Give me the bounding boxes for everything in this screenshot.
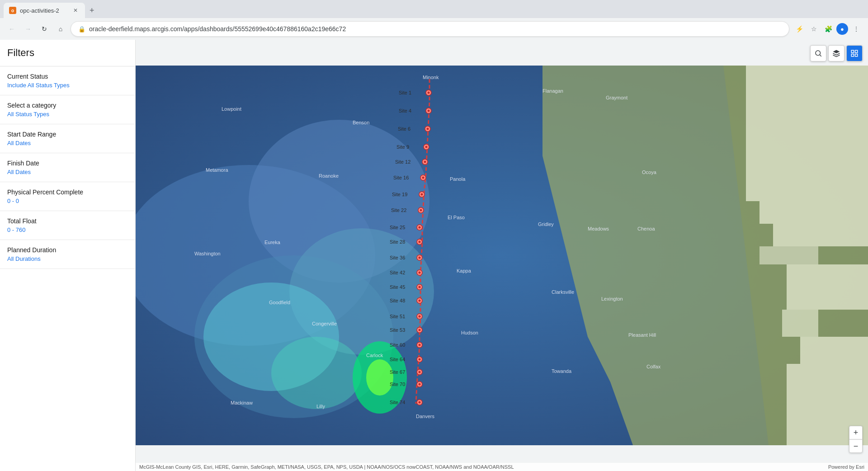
svg-point-75 [419, 358, 421, 361]
zoom-out-button[interactable]: − [849, 439, 863, 453]
filter-item-value: Include All Status Types [7, 82, 128, 89]
lock-icon: 🔒 [78, 26, 85, 33]
home-button[interactable]: ⌂ [54, 23, 67, 35]
svg-rect-17 [773, 224, 868, 246]
menu-button[interactable]: ⋮ [850, 23, 863, 35]
svg-text:Eureka: Eureka [264, 240, 281, 245]
filter-item-label: Total Float [7, 217, 128, 225]
svg-point-51 [419, 241, 421, 243]
forward-button[interactable]: → [22, 23, 34, 35]
svg-text:Clarksville: Clarksville [552, 289, 574, 295]
svg-text:Minonk: Minonk [423, 75, 439, 80]
svg-point-33 [425, 146, 428, 148]
filter-item-value: All Dates [7, 140, 128, 146]
map-attribution: McGIS-McLean County GIS, Esri, HERE, Gar… [136, 463, 868, 471]
map-zoom-controls: + − [849, 426, 863, 453]
svg-rect-3 [855, 50, 858, 52]
filter-items-container: Current Status Include All Status Types … [0, 66, 135, 269]
map-layers-button[interactable] [828, 45, 844, 61]
svg-text:Site 9: Site 9 [396, 144, 409, 150]
svg-text:Site 53: Site 53 [390, 327, 405, 333]
map-tools-top-right [810, 45, 863, 61]
new-tab-button[interactable]: + [85, 3, 99, 18]
profile-avatar[interactable]: ● [836, 23, 848, 35]
filter-item-physical-percent-complete[interactable]: Physical Percent Complete 0 - 0 [0, 182, 135, 211]
map-grid-button[interactable] [846, 45, 863, 61]
filter-item-value: All Dates [7, 169, 128, 175]
svg-rect-16 [760, 201, 868, 224]
svg-point-39 [422, 177, 425, 179]
back-button[interactable]: ← [5, 23, 18, 35]
svg-line-1 [820, 55, 821, 56]
reload-button[interactable]: ↻ [38, 23, 51, 35]
svg-rect-19 [787, 264, 868, 310]
filter-item-select-a-category[interactable]: Select a category All Status Types [0, 95, 135, 124]
svg-text:Lexington: Lexington [601, 296, 623, 301]
bookmark-button[interactable]: ☆ [807, 23, 820, 35]
svg-text:Site 48: Site 48 [390, 298, 405, 303]
svg-text:Site 67: Site 67 [390, 369, 405, 375]
address-text: oracle-deerfield.maps.arcgis.com/apps/da… [89, 25, 782, 33]
filters-title: Filters [0, 47, 135, 66]
filter-item-value: All Status Types [7, 111, 128, 118]
svg-text:El Paso: El Paso [448, 215, 465, 220]
active-tab[interactable]: o opc-activities-2 ✕ [4, 3, 85, 18]
svg-text:Lowpoint: Lowpoint [222, 106, 241, 112]
svg-rect-18 [760, 246, 818, 264]
svg-text:Site 70: Site 70 [390, 382, 405, 387]
svg-rect-4 [851, 54, 854, 57]
svg-rect-21 [800, 337, 868, 364]
svg-text:Site 12: Site 12 [395, 159, 410, 165]
svg-text:Roanoke: Roanoke [319, 173, 339, 179]
svg-text:Lilly: Lilly [316, 404, 325, 409]
filters-sidebar: Filters Current Status Include All Statu… [0, 40, 136, 471]
filter-item-label: Physical Percent Complete [7, 188, 128, 196]
svg-point-63 [419, 300, 421, 302]
svg-text:Site 74: Site 74 [390, 400, 405, 405]
svg-point-36 [424, 161, 426, 163]
map-container[interactable]: Site 1Site 4Site 6Site 9Site 12Site 16Si… [136, 40, 868, 471]
svg-text:Mackinaw: Mackinaw [231, 400, 253, 405]
svg-text:Site 1: Site 1 [399, 90, 411, 95]
svg-point-42 [421, 193, 423, 196]
svg-text:Site 51: Site 51 [390, 314, 405, 319]
svg-point-81 [419, 383, 421, 386]
svg-text:Meadows: Meadows [588, 226, 609, 231]
svg-text:Site 60: Site 60 [390, 342, 405, 348]
svg-text:Site 22: Site 22 [391, 207, 406, 213]
address-bar[interactable]: 🔒 oracle-deerfield.maps.arcgis.com/apps/… [71, 21, 789, 37]
svg-text:Site 42: Site 42 [390, 270, 405, 275]
zoom-in-button[interactable]: + [849, 426, 863, 439]
svg-point-48 [419, 226, 421, 229]
map-search-button[interactable] [810, 45, 826, 61]
filter-item-planned-duration[interactable]: Planned Duration All Durations [0, 240, 135, 269]
filter-item-current-status[interactable]: Current Status Include All Status Types [0, 66, 135, 95]
svg-point-69 [419, 329, 421, 331]
svg-rect-2 [851, 50, 854, 52]
svg-text:Site 64: Site 64 [390, 357, 405, 362]
svg-text:Site 6: Site 6 [398, 126, 410, 132]
svg-text:Towanda: Towanda [552, 368, 572, 374]
svg-text:Congerville: Congerville [312, 321, 337, 326]
svg-text:Panola: Panola [450, 176, 466, 182]
svg-text:Site 4: Site 4 [399, 108, 411, 113]
filter-item-value: 0 - 760 [7, 226, 128, 233]
svg-point-12 [271, 337, 362, 409]
filter-item-label: Start Date Range [7, 131, 128, 138]
svg-text:Ocoya: Ocoya [642, 170, 657, 175]
filter-item-start-date-range[interactable]: Start Date Range All Dates [0, 124, 135, 153]
tab-close-button[interactable]: ✕ [71, 6, 80, 14]
svg-text:Graymont: Graymont [606, 95, 627, 100]
filter-item-total-float[interactable]: Total Float 0 - 760 [0, 211, 135, 240]
svg-text:Flanagan: Flanagan [542, 88, 563, 94]
svg-text:Metamora: Metamora [206, 167, 228, 173]
svg-text:Site 16: Site 16 [393, 175, 409, 180]
svg-text:Benson: Benson [353, 120, 369, 125]
filter-item-finish-date[interactable]: Finish Date All Dates [0, 153, 135, 182]
svg-text:Site 28: Site 28 [390, 239, 405, 245]
extensions-button[interactable]: ⚡ [793, 23, 806, 35]
extensions-puzzle-button[interactable]: 🧩 [822, 23, 835, 35]
svg-rect-5 [855, 54, 858, 57]
svg-text:Chenoa: Chenoa [637, 226, 655, 231]
powered-by-text: Powered by Esri [828, 464, 864, 470]
